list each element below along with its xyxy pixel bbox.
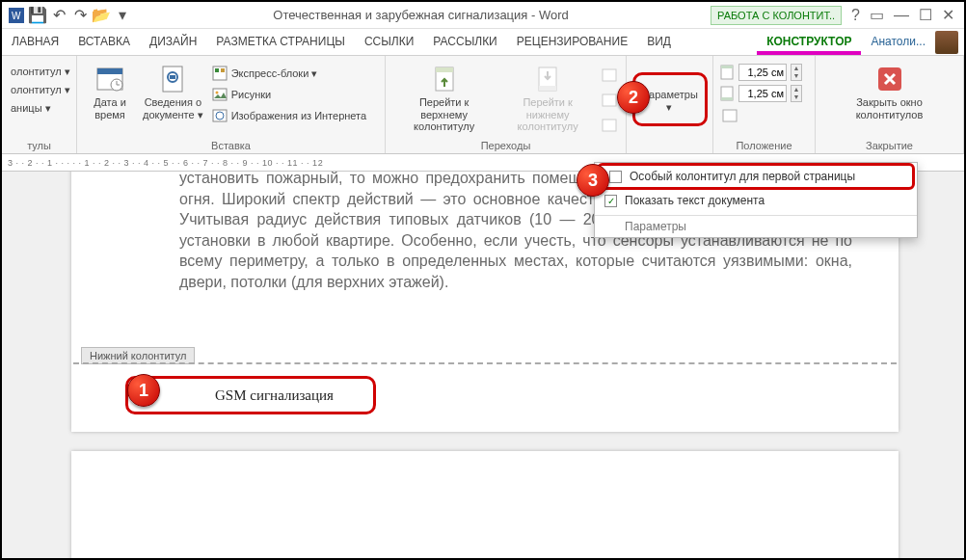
svg-rect-18 bbox=[539, 86, 556, 91]
quick-parts-button[interactable]: Экспресс-блоки ▾ bbox=[209, 64, 369, 83]
options-popup-footer: Параметры bbox=[595, 215, 917, 237]
minimize-icon[interactable]: — bbox=[894, 7, 909, 24]
insert-alignment-tab-button[interactable] bbox=[719, 106, 802, 125]
document-info-button[interactable]: Сведения одокументе ▾ bbox=[137, 60, 209, 138]
annotation-marker-3: 3 bbox=[577, 164, 609, 197]
svg-rect-26 bbox=[723, 110, 737, 121]
footer-area[interactable]: Нижний колонтитул GSM сигнализация bbox=[71, 347, 899, 432]
account-name[interactable]: Анатоли... bbox=[861, 29, 935, 55]
group-header-footer: тулы bbox=[8, 138, 70, 151]
page-2: 2 bbox=[71, 451, 899, 558]
undo-icon[interactable]: ↶ bbox=[50, 7, 67, 24]
tab-view[interactable]: ВИД bbox=[637, 29, 681, 55]
date-time-button[interactable]: Дата ивремя bbox=[83, 60, 137, 138]
tab-layout[interactable]: РАЗМЕТКА СТРАНИЦЫ bbox=[206, 29, 355, 55]
ribbon-tabs: ЛАВНАЯ ВСТАВКА ДИЗАЙН РАЗМЕТКА СТРАНИЦЫ … bbox=[2, 29, 964, 56]
footer-text[interactable]: GSM сигнализация bbox=[125, 376, 376, 414]
tab-references[interactable]: ССЫЛКИ bbox=[355, 29, 423, 55]
svg-text:W: W bbox=[12, 11, 21, 21]
footer-from-bottom-spinner[interactable]: ▲▼ bbox=[719, 85, 802, 102]
group-position: Положение bbox=[719, 138, 809, 151]
header-from-top-spinner[interactable]: ▲▼ bbox=[719, 64, 802, 81]
svg-rect-21 bbox=[603, 120, 616, 131]
account-avatar[interactable] bbox=[935, 31, 958, 54]
close-window-icon[interactable]: ✕ bbox=[942, 6, 954, 24]
annotation-marker-2: 2 bbox=[617, 81, 650, 114]
group-navigation: Переходы bbox=[391, 138, 620, 151]
header-from-top-value[interactable] bbox=[738, 64, 787, 81]
word-app-icon: W bbox=[8, 7, 25, 24]
pictures-button[interactable]: Рисунки bbox=[209, 85, 369, 104]
svg-rect-10 bbox=[221, 68, 225, 72]
goto-footer-button: Перейти к нижнемуколонтитулу bbox=[496, 60, 599, 138]
tab-insert[interactable]: ВСТАВКА bbox=[68, 29, 140, 55]
ribbon-options-icon[interactable]: ▭ bbox=[870, 6, 884, 24]
link-previous-button bbox=[599, 116, 620, 135]
svg-rect-16 bbox=[436, 67, 453, 72]
svg-rect-19 bbox=[603, 69, 616, 81]
svg-rect-25 bbox=[721, 97, 733, 100]
redo-icon[interactable]: ↷ bbox=[71, 7, 89, 24]
open-icon[interactable]: 📂 bbox=[93, 7, 110, 24]
option-different-first-page[interactable]: Особый колонтитул для первой страницы bbox=[597, 163, 915, 190]
svg-rect-3 bbox=[97, 68, 122, 74]
svg-point-12 bbox=[215, 92, 218, 94]
document-title: Отечественная и зарубежная сигнализация … bbox=[131, 8, 711, 22]
annotation-marker-1: 1 bbox=[127, 374, 160, 407]
page-number-dropdown[interactable]: аницы ▾ bbox=[8, 100, 73, 117]
tab-constructor[interactable]: КОНСТРУКТОР bbox=[757, 29, 861, 55]
svg-rect-23 bbox=[721, 66, 733, 68]
context-tab-label: РАБОТА С КОЛОНТИТ.. bbox=[711, 6, 842, 25]
svg-rect-9 bbox=[215, 68, 219, 72]
group-insert: Вставка bbox=[83, 138, 379, 151]
goto-header-button[interactable]: Перейти к верхнемуколонтитулу bbox=[391, 60, 496, 138]
title-bar: W 💾 ↶ ↷ 📂 ▾ Отечественная и зарубежная с… bbox=[2, 2, 964, 29]
option-show-document-text[interactable]: ✓ Показать текст документа bbox=[595, 190, 917, 211]
checkbox-unchecked-icon[interactable] bbox=[609, 171, 622, 183]
close-header-footer-button[interactable]: Закрыть окноколонтитулов bbox=[850, 60, 929, 138]
checkbox-checked-icon[interactable]: ✓ bbox=[604, 195, 617, 207]
header-dropdown[interactable]: олонтитул ▾ bbox=[8, 64, 73, 80]
options-popup: Особый колонтитул для первой страницы ✓ … bbox=[594, 162, 918, 238]
previous-section-button bbox=[599, 66, 620, 85]
save-icon[interactable]: 💾 bbox=[29, 7, 46, 24]
maximize-icon[interactable]: ☐ bbox=[919, 6, 932, 24]
tab-design[interactable]: ДИЗАЙН bbox=[140, 29, 206, 55]
qat-more-icon[interactable]: ▾ bbox=[114, 7, 131, 24]
ribbon: олонтитул ▾ олонтитул ▾ аницы ▾ тулы Дат… bbox=[2, 56, 964, 154]
svg-rect-20 bbox=[603, 94, 616, 106]
group-close: Закрытие bbox=[821, 138, 957, 151]
footer-from-bottom-value[interactable] bbox=[738, 85, 787, 102]
footer-separator bbox=[73, 362, 897, 364]
online-pictures-button[interactable]: Изображения из Интернета bbox=[209, 106, 369, 125]
tab-home[interactable]: ЛАВНАЯ bbox=[2, 29, 68, 55]
tab-mailings[interactable]: РАССЫЛКИ bbox=[423, 29, 506, 55]
quick-access-toolbar: W 💾 ↶ ↷ 📂 ▾ bbox=[2, 7, 131, 24]
tab-review[interactable]: РЕЦЕНЗИРОВАНИЕ bbox=[507, 29, 637, 55]
help-icon[interactable]: ? bbox=[851, 7, 860, 24]
footer-dropdown[interactable]: олонтитул ▾ bbox=[8, 82, 73, 98]
svg-rect-7 bbox=[170, 75, 175, 79]
